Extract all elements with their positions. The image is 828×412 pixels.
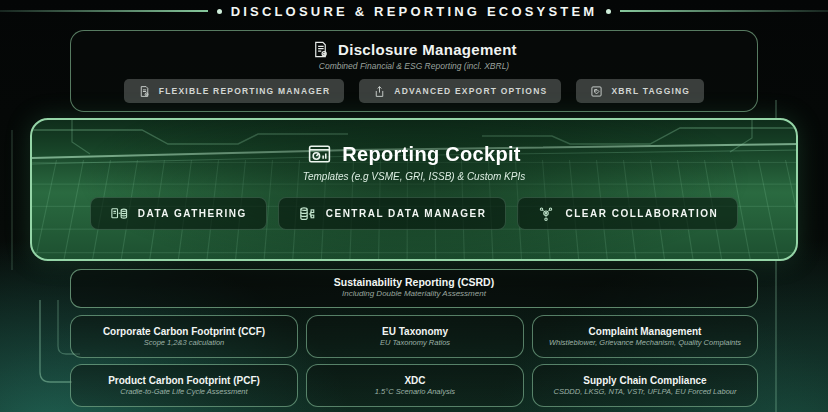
document-gear-icon xyxy=(311,40,330,59)
sustainability-reporting-panel[interactable]: Sustainability Reporting (CSRD) Includin… xyxy=(70,269,758,308)
module-subtitle: Scope 1,2&3 calculation xyxy=(79,338,289,347)
database-network-icon xyxy=(298,205,316,223)
button-label: DATA GATHERING xyxy=(138,208,247,219)
module-subtitle: Whistleblower, Grievance Mechanism, Qual… xyxy=(541,338,749,347)
header-dot-right xyxy=(606,9,611,14)
module-subtitle: EU Taxonomy Ratios xyxy=(315,338,515,347)
module-title: Supply Chain Compliance xyxy=(541,375,749,386)
button-label: CLEAR COLLABORATION xyxy=(565,208,718,219)
infographic-canvas: DISCLOSURE & REPORTING ECOSYSTEM Disclos… xyxy=(0,0,828,412)
module-title: Corporate Carbon Footprint (CCF) xyxy=(79,326,289,337)
button-label: XBRL TAGGING xyxy=(611,86,690,96)
header-line-right xyxy=(620,10,828,12)
dashboard-icon xyxy=(307,142,332,167)
module-subtitle: Cradle-to-Gate Life Cycle Assessment xyxy=(79,387,289,396)
page-title: DISCLOSURE & REPORTING ECOSYSTEM xyxy=(231,4,598,19)
module-title: Complaint Management xyxy=(541,326,749,337)
module-title: EU Taxonomy xyxy=(315,326,515,337)
module-title: XDC xyxy=(315,375,515,386)
module-supply-chain-compliance[interactable]: Supply Chain Compliance CSDDD, LKSG, NTA… xyxy=(532,364,758,407)
report-gear-icon xyxy=(138,85,151,98)
sustainability-reporting-title: Sustainability Reporting (CSRD) xyxy=(71,276,757,288)
disclosure-management-title: Disclosure Management xyxy=(338,41,517,58)
disclosure-management-subtitle: Combined Financial & ESG Reporting (incl… xyxy=(71,61,757,71)
data-gathering-button[interactable]: DATA GATHERING xyxy=(90,197,267,230)
collaboration-gear-icon xyxy=(537,205,555,223)
button-label: CENTRAL DATA MANAGER xyxy=(326,208,487,219)
module-complaint-management[interactable]: Complaint Management Whistleblower, Grie… xyxy=(532,315,758,358)
reporting-cockpit-subtitle: Templates (e.g VSME, GRI, ISSB) & Custom… xyxy=(32,171,796,182)
header-dot-left xyxy=(217,9,222,14)
header-line-left xyxy=(0,10,208,12)
central-data-manager-button[interactable]: CENTRAL DATA MANAGER xyxy=(278,197,507,230)
modules-grid: Corporate Carbon Footprint (CCF) Scope 1… xyxy=(70,315,758,407)
advanced-export-options-button[interactable]: ADVANCED EXPORT OPTIONS xyxy=(359,79,561,103)
export-icon xyxy=(373,85,386,98)
tag-icon xyxy=(590,85,603,98)
module-pcf[interactable]: Product Carbon Footprint (PCF) Cradle-to… xyxy=(70,364,298,407)
module-ccf[interactable]: Corporate Carbon Footprint (CCF) Scope 1… xyxy=(70,315,298,358)
reporting-cockpit-title: Reporting Cockpit xyxy=(342,143,520,166)
module-subtitle: CSDDD, LKSG, NTA, VSTr, UFLPA, EU Forced… xyxy=(541,387,749,396)
module-title: Product Carbon Footprint (PCF) xyxy=(79,375,289,386)
module-eu-taxonomy[interactable]: EU Taxonomy EU Taxonomy Ratios xyxy=(306,315,524,358)
module-subtitle: 1.5°C Scenario Analysis xyxy=(315,387,515,396)
disclosure-management-panel: Disclosure Management Combined Financial… xyxy=(70,30,758,112)
flexible-reporting-manager-button[interactable]: FLEXIBLE REPORTING MANAGER xyxy=(124,79,344,103)
page-header: DISCLOSURE & REPORTING ECOSYSTEM xyxy=(0,2,828,20)
button-label: FLEXIBLE REPORTING MANAGER xyxy=(159,86,330,96)
clear-collaboration-button[interactable]: CLEAR COLLABORATION xyxy=(517,197,738,230)
xbrl-tagging-button[interactable]: XBRL TAGGING xyxy=(576,79,704,103)
reporting-cockpit-panel: Reporting Cockpit Templates (e.g VSME, G… xyxy=(30,118,798,261)
module-xdc[interactable]: XDC 1.5°C Scenario Analysis xyxy=(306,364,524,407)
button-label: ADVANCED EXPORT OPTIONS xyxy=(394,86,547,96)
document-database-icon xyxy=(110,205,128,223)
sustainability-reporting-subtitle: Including Double Materiality Assessment xyxy=(71,289,757,298)
